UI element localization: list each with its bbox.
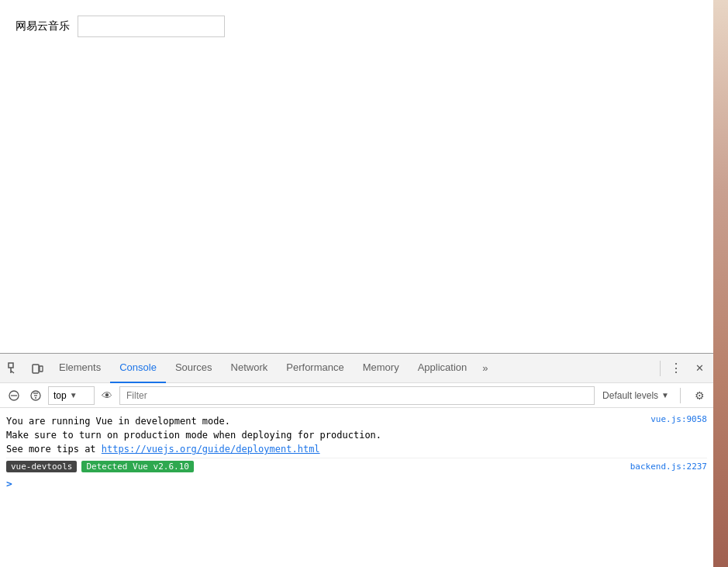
browser-viewport: 网易云音乐 — [0, 0, 713, 353]
app-title: 网易云音乐 — [16, 19, 70, 33]
console-settings-button[interactable]: ⚙ — [690, 386, 709, 405]
devtools-right-icons: ⋮ ✕ — [657, 358, 710, 379]
tab-performance[interactable]: Performance — [277, 354, 353, 383]
tab-network[interactable]: Network — [222, 354, 278, 383]
console-prompt: > — [6, 475, 707, 493]
gear-icon: ⚙ — [695, 389, 705, 402]
devtools-toolbar: Elements Console Sources Network Perform… — [0, 354, 713, 383]
close-devtools-button[interactable]: ✕ — [688, 358, 710, 379]
tab-elements[interactable]: Elements — [50, 354, 110, 383]
context-selector-arrow: ▼ — [70, 391, 78, 399]
three-dots-icon: ⋮ — [670, 361, 682, 375]
right-decorative-strip — [713, 0, 728, 567]
tab-application[interactable]: Application — [409, 354, 477, 383]
console-filter-input[interactable] — [119, 386, 595, 405]
close-icon: ✕ — [695, 362, 704, 374]
search-input[interactable] — [78, 16, 225, 37]
badge-group: vue-devtools Detected Vue v2.6.10 — [6, 461, 194, 472]
backend-source-link[interactable]: backend.js:2237 — [630, 462, 707, 472]
default-levels-selector[interactable]: Default levels ▼ — [598, 390, 674, 401]
prompt-arrow-icon: > — [6, 478, 12, 489]
svg-rect-4 — [40, 366, 43, 372]
tab-memory[interactable]: Memory — [354, 354, 409, 383]
device-toggle-button[interactable] — [26, 358, 48, 379]
default-levels-arrow: ▼ — [661, 391, 669, 399]
toolbar-separator — [660, 361, 661, 376]
vue-devtools-badge: vue-devtools — [6, 461, 77, 472]
inspector-icon-button[interactable] — [3, 358, 25, 379]
vue-devtools-badge-row: vue-devtools Detected Vue v2.6.10 backen… — [6, 458, 707, 475]
svg-rect-0 — [9, 363, 13, 368]
tab-sources[interactable]: Sources — [166, 354, 222, 383]
svg-rect-3 — [33, 365, 39, 373]
devtools-panel: Elements Console Sources Network Perform… — [0, 353, 713, 567]
context-selector[interactable]: top ▼ — [48, 386, 95, 405]
detected-vue-badge: Detected Vue v2.6.10 — [81, 461, 193, 472]
more-tabs-button[interactable]: » — [476, 354, 494, 383]
console-message-vue-warning: You are running Vue in development mode.… — [6, 413, 707, 458]
eye-icon-button[interactable]: 👁 — [98, 386, 116, 405]
eye-icon: 👁 — [102, 389, 112, 402]
deployment-link[interactable]: https://vuejs.org/guide/deployment.html — [102, 444, 320, 455]
console-bar-separator — [680, 388, 681, 403]
page-header: 网易云音乐 — [16, 16, 698, 37]
tab-console[interactable]: Console — [110, 354, 166, 383]
console-bar: top ▼ 👁 Default levels ▼ ⚙ — [0, 383, 713, 408]
console-message-source[interactable]: vue.js:9058 — [650, 414, 707, 424]
more-options-button[interactable]: ⋮ — [665, 358, 687, 379]
clear-console-button[interactable] — [5, 386, 23, 405]
devtools-tabs: Elements Console Sources Network Perform… — [50, 354, 495, 383]
console-message-text: You are running Vue in development mode.… — [6, 414, 635, 456]
filter-toggle-button[interactable] — [26, 386, 45, 405]
console-output: You are running Vue in development mode.… — [0, 408, 713, 567]
